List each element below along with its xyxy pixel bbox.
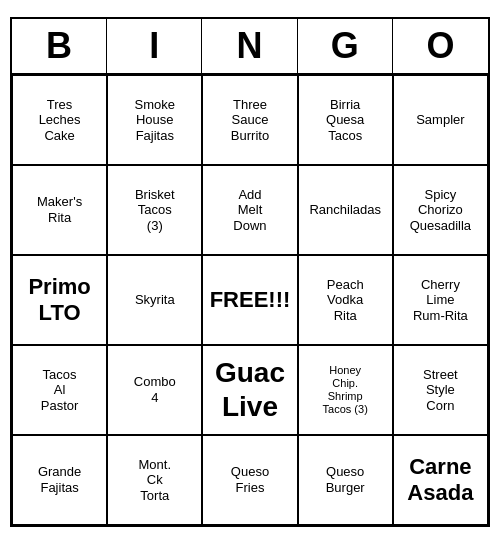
bingo-cell-0: Tres Leches Cake (12, 75, 107, 165)
bingo-cell-23: Queso Burger (298, 435, 393, 525)
bingo-cell-5: Maker's Rita (12, 165, 107, 255)
bingo-cell-3: Birria Quesa Tacos (298, 75, 393, 165)
bingo-cell-2: Three Sauce Burrito (202, 75, 297, 165)
bingo-cell-19: Street Style Corn (393, 345, 488, 435)
bingo-cell-14: Cherry Lime Rum-Rita (393, 255, 488, 345)
bingo-cell-8: Ranchiladas (298, 165, 393, 255)
bingo-cell-11: Skyrita (107, 255, 202, 345)
bingo-cell-16: Combo 4 (107, 345, 202, 435)
bingo-grid: Tres Leches CakeSmoke House FajitasThree… (12, 75, 488, 525)
bingo-card: BINGO Tres Leches CakeSmoke House Fajita… (10, 17, 490, 527)
header-letter-b: B (12, 19, 107, 73)
bingo-cell-24: Carne Asada (393, 435, 488, 525)
bingo-cell-15: Tacos Al Pastor (12, 345, 107, 435)
bingo-cell-18: Honey Chip. Shrimp Tacos (3) (298, 345, 393, 435)
header-letter-g: G (298, 19, 393, 73)
bingo-cell-1: Smoke House Fajitas (107, 75, 202, 165)
bingo-cell-9: Spicy Chorizo Quesadilla (393, 165, 488, 255)
bingo-cell-10: Primo LTO (12, 255, 107, 345)
bingo-cell-20: Grande Fajitas (12, 435, 107, 525)
bingo-cell-6: Brisket Tacos (3) (107, 165, 202, 255)
bingo-cell-12: FREE!!! (202, 255, 297, 345)
bingo-cell-21: Mont. Ck Torta (107, 435, 202, 525)
bingo-cell-17: Guac Live (202, 345, 297, 435)
bingo-header: BINGO (12, 19, 488, 75)
bingo-cell-13: Peach Vodka Rita (298, 255, 393, 345)
bingo-cell-22: Queso Fries (202, 435, 297, 525)
header-letter-i: I (107, 19, 202, 73)
bingo-cell-4: Sampler (393, 75, 488, 165)
header-letter-o: O (393, 19, 488, 73)
bingo-cell-7: Add Melt Down (202, 165, 297, 255)
header-letter-n: N (202, 19, 297, 73)
